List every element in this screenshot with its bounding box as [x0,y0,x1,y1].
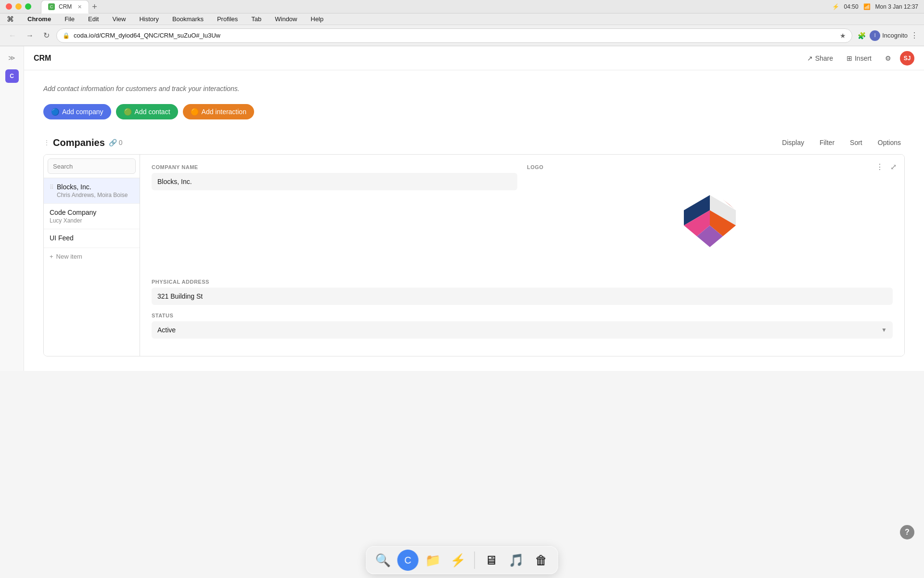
company-item-uifeed[interactable]: UI Feed [44,229,140,248]
menu-view[interactable]: View [109,14,128,24]
tab-title: CRM [59,3,72,10]
sort-button[interactable]: Sort [846,137,866,148]
menu-profiles[interactable]: Profiles [214,14,241,24]
url-text: coda.io/d/CRM_dyiod64_QNC/CRM_suZuO#_lu3… [74,32,836,39]
detail-grid: COMPANY NAME Blocks, Inc. LOGO [152,164,893,269]
forward-button[interactable]: → [23,29,37,42]
page-description: Add contact information for customers an… [43,85,905,92]
dock-trash[interactable]: 🗑 [531,550,552,571]
link-icon: 🔗 [109,139,117,146]
dock-finder[interactable]: 🔍 [372,550,394,571]
menu-tab[interactable]: Tab [248,14,264,24]
company-contacts-2: Lucy Xander [50,217,96,224]
search-input[interactable] [48,158,136,174]
insert-label: Insert [855,54,872,62]
dock-files[interactable]: 📁 [423,550,444,571]
insert-button[interactable]: ⊞ Insert [842,52,876,65]
contact-icon: 🟢 [124,108,132,116]
drag-handle-icon: ⠿ [50,184,54,191]
browser-menu-icon[interactable]: ⋮ [911,31,918,40]
help-button[interactable]: ? [900,525,914,539]
profile-button[interactable]: I Incognito [870,30,908,41]
company-icon: 🔵 [51,108,59,116]
address-bar[interactable]: 🔒 coda.io/d/CRM_dyiod64_QNC/CRM_suZuO#_l… [56,28,852,43]
tab-close-button[interactable]: ✕ [77,4,82,10]
back-button[interactable]: ← [6,29,19,42]
extensions-icon[interactable]: 🧩 [856,30,867,41]
company-name-value[interactable]: Blocks, Inc. [152,173,517,190]
dock-terminal[interactable]: 🖥 [481,550,502,571]
document-title: CRM [34,54,51,63]
sidebar-toggle-button[interactable]: ≫ [6,52,17,64]
options-button[interactable]: Options [874,137,905,148]
status-section: STATUS Active ▼ [152,313,893,339]
add-contact-label: Add contact [135,108,170,116]
tab-crm[interactable]: C CRM ✕ [41,0,89,13]
settings-button[interactable]: ⚙ [880,52,896,65]
dock-music[interactable]: 🎵 [506,550,527,571]
menu-bookmarks[interactable]: Bookmarks [169,14,206,24]
dock-chrome[interactable]: C [398,550,419,571]
menu-help[interactable]: Help [308,14,327,24]
battery-time: 04:50 [844,3,859,10]
status-value: Active [157,326,176,334]
company-info: Blocks, Inc. Chris Andrews, Moira Boise [57,183,128,198]
detail-toolbar: ⋮ ⤢ [874,160,898,173]
close-button[interactable] [6,3,12,10]
add-interaction-button[interactable]: 🟠 Add interaction [183,104,254,119]
app-body: ≫ C CRM ↗ Share ⊞ Insert ⚙ SJ [0,46,924,371]
datetime: Mon 3 Jan 12:37 [875,3,918,10]
action-buttons: 🔵 Add company 🟢 Add contact 🟠 Add intera… [43,104,905,119]
search-box [44,155,140,178]
traffic-lights[interactable] [6,3,31,10]
tab-bar: C CRM ✕ + [41,0,828,13]
companies-title: Companies [53,137,105,148]
section-drag-handle[interactable]: ⋮ [43,139,50,146]
menu-chrome[interactable]: Chrome [25,14,54,24]
apple-menu[interactable]: ⌘ [4,14,17,25]
dock-bolt[interactable]: ⚡ [448,550,469,571]
minimize-button[interactable] [15,3,22,10]
filter-button[interactable]: Filter [816,137,838,148]
companies-toolbar: Display Filter Sort Options [778,137,905,148]
new-item-button[interactable]: + New item [44,248,140,265]
insert-icon: ⊞ [847,54,852,62]
menu-edit[interactable]: Edit [85,14,102,24]
detail-expand-button[interactable]: ⤢ [888,160,898,173]
display-button[interactable]: Display [778,137,808,148]
companies-link-count: 🔗 0 [109,139,123,146]
add-company-button[interactable]: 🔵 Add company [43,104,111,119]
macos-dock: 🔍 C 📁 ⚡ 🖥 🎵 🗑 [366,546,558,574]
add-contact-button[interactable]: 🟢 Add contact [116,104,178,119]
menu-history[interactable]: History [136,14,161,24]
app-logo: C [5,69,19,83]
company-item-code[interactable]: Code Company Lucy Xander [44,204,140,229]
bookmark-icon[interactable]: ★ [840,32,846,39]
companies-section-header: ⋮ Companies 🔗 0 Display Filter Sort Opti… [43,137,905,148]
companies-layout: ⠿ Blocks, Inc. Chris Andrews, Moira Bois… [43,154,905,356]
header-actions: ↗ Share ⊞ Insert ⚙ SJ [802,51,914,66]
logo-field: LOGO [527,164,893,269]
gear-icon: ⚙ [885,54,891,62]
menu-file[interactable]: File [62,14,77,24]
company-contacts: Chris Andrews, Moira Boise [57,192,128,198]
new-tab-button[interactable]: + [92,2,97,11]
company-item-blocks[interactable]: ⠿ Blocks, Inc. Chris Andrews, Moira Bois… [44,178,140,204]
new-item-label: New item [56,253,82,260]
menu-window[interactable]: Window [272,14,300,24]
status-label: STATUS [152,313,893,318]
share-button[interactable]: ↗ Share [802,52,838,65]
company-name: Blocks, Inc. [57,183,128,191]
maximize-button[interactable] [25,3,31,10]
company-name-3: UI Feed [50,234,74,242]
user-avatar[interactable]: SJ [900,51,914,66]
company-detail-panel: ⋮ ⤢ COMPANY NAME Blocks, Inc. LOGO [140,155,904,356]
reload-button[interactable]: ↻ [40,29,52,42]
profile-avatar: I [870,30,880,41]
address-value[interactable]: 321 Building St [152,288,893,305]
link-count-value: 0 [119,139,123,146]
status-select[interactable]: Active ▼ [152,321,893,339]
company-name-field: COMPANY NAME Blocks, Inc. [152,164,517,269]
add-interaction-label: Add interaction [202,108,246,116]
detail-options-button[interactable]: ⋮ [874,160,886,173]
